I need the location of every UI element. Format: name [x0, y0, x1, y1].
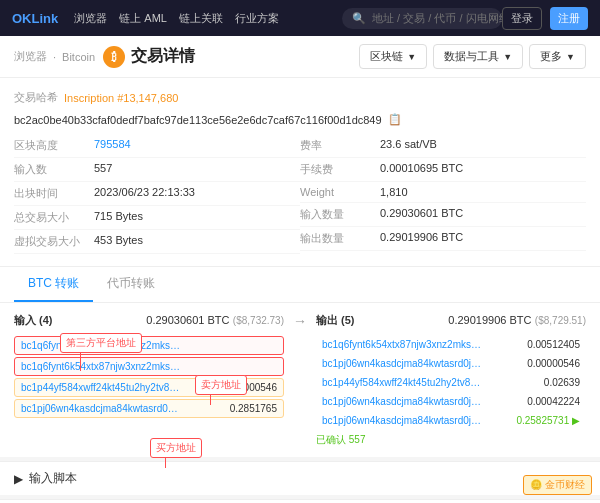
- blockchain-button[interactable]: 区块链 ▼: [359, 44, 427, 69]
- nav-industry[interactable]: 行业方案: [235, 11, 279, 26]
- input-script-label: 输入脚本: [29, 470, 77, 487]
- output-val-2: 0.02639: [544, 377, 580, 388]
- info-row-fee: 手续费 0.00010695 BTC: [300, 158, 586, 182]
- tab-btc[interactable]: BTC 转账: [14, 267, 93, 302]
- hash-value-row: bc2ac0be40b33cfaf0dedf7bafc97de113ce56e2…: [14, 113, 586, 126]
- nav-items: 浏览器 链上 AML 链上关联 行业方案: [74, 11, 342, 26]
- info-grid: 区块高度 795584 输入数 557 出块时间 2023/06/23 22:1…: [14, 134, 586, 254]
- confirmed-badge: 已确认 557: [316, 433, 586, 447]
- header: OKLink 浏览器 链上 AML 链上关联 行业方案 🔍 登录 注册: [0, 0, 600, 36]
- register-button[interactable]: 注册: [550, 7, 588, 30]
- breadcrumb-browser[interactable]: 浏览器: [14, 49, 47, 64]
- output-val-3: 0.00042224: [527, 396, 580, 407]
- watermark: 🪙 金币财经: [523, 475, 592, 495]
- input-script-header[interactable]: ▶ 输入脚本: [0, 462, 600, 495]
- search-icon: 🔍: [352, 12, 366, 25]
- nav-chain[interactable]: 链上关联: [179, 11, 223, 26]
- info-row-size: 总交易大小 715 Bytes: [14, 206, 300, 230]
- output-item-2: bc1p44yf584xwff24kt45tu2hy2tv8wqf029... …: [316, 374, 586, 391]
- outputs-header: 输出 (5) 0.29019906 BTC ($8,729.51): [316, 313, 586, 328]
- arrow-icon: →: [290, 313, 310, 329]
- inputs-title: 输入 (4): [14, 313, 53, 328]
- chevron-down-icon: ▼: [566, 52, 575, 62]
- tab-token[interactable]: 代币转账: [93, 267, 169, 302]
- output-val-4: 0.25825731 ▶: [516, 415, 580, 426]
- outputs-section: 输出 (5) 0.29019906 BTC ($8,729.51) bc1q6f…: [316, 313, 586, 447]
- tx-hash-label: 交易哈希: [14, 90, 58, 105]
- input-item-1: bc1q6fynt6k54xtx87njw3xnz2mksqjaem8venpg…: [14, 357, 284, 376]
- input-script-section: ▶ 输入脚本: [0, 461, 600, 495]
- search-input[interactable]: [372, 12, 502, 24]
- output-item-4: bc1pj06wn4kasdcjma84kwtasrd0jn0itm9... 0…: [316, 412, 586, 429]
- output-val-0: 0.00512405: [527, 339, 580, 350]
- outputs-usd: ($8,729.51): [535, 315, 586, 326]
- login-button[interactable]: 登录: [502, 7, 542, 30]
- info-row-fee-rate: 费率 23.6 sat/VB: [300, 134, 586, 158]
- chevron-down-icon: ▼: [407, 52, 416, 62]
- breadcrumb-sep: ·: [53, 51, 56, 63]
- info-row-height: 区块高度 795584: [14, 134, 300, 158]
- hash-value: bc2ac0be40b33cfaf0dedf7bafc97de113ce56e2…: [14, 114, 382, 126]
- outputs-title: 输出 (5): [316, 313, 355, 328]
- input-item-0: bc1q6fynt6k54xtx87njw3xnz2mksqjaem8venpg…: [14, 336, 284, 355]
- nav-aml[interactable]: 链上 AML: [119, 11, 167, 26]
- header-right: 登录 注册: [502, 7, 588, 30]
- tabs: BTC 转账 代币转账: [0, 267, 600, 303]
- chevron-down-icon: ▼: [503, 52, 512, 62]
- input-addr-3[interactable]: bc1pj06wn4kasdcjma84kwtasrd0dn809m96pfjm…: [21, 403, 181, 414]
- output-item-3: bc1pj06wn4kasdcjma84kwtasrd0jn0itm... 0.…: [316, 393, 586, 410]
- subheader: 浏览器 · Bitcoin ₿ 交易详情 区块链 ▼ 数据与工具 ▼ 更多 ▼: [0, 36, 600, 78]
- inputs-section: 输入 (4) 0.29030601 BTC ($8,732.73) bc1q6f…: [14, 313, 284, 420]
- info-row-vsize: 虚拟交易大小 453 Bytes: [14, 230, 300, 254]
- input-addr-0[interactable]: bc1q6fynt6k54xtx87njw3xnz2mksqjaem8venpg…: [21, 340, 181, 351]
- tx-hash-section: 交易哈希 Inscription #13,147,680 bc2ac0be40b…: [0, 78, 600, 267]
- logo: OKLink: [12, 11, 58, 26]
- subheader-actions: 区块链 ▼ 数据与工具 ▼ 更多 ▼: [359, 44, 586, 69]
- outputs-amount: 0.29019906 BTC: [448, 314, 531, 326]
- inscription-badge[interactable]: Inscription #13,147,680: [64, 92, 178, 104]
- info-row-output-amount: 输出数量 0.29019906 BTC: [300, 227, 586, 251]
- input-val-2: 0.00000546: [224, 382, 277, 393]
- more-button[interactable]: 更多 ▼: [529, 44, 586, 69]
- input-addr-1[interactable]: bc1q6fynt6k54xtx87njw3xnz2mksqjaem8venpg…: [21, 361, 181, 372]
- inputs-amount: 0.29030601 BTC: [146, 314, 229, 326]
- output-item-0: bc1q6fynt6k54xtx87njw3xnz2mksqjaem8venpg…: [316, 336, 586, 353]
- output-script-section: ▶ 输出脚本: [0, 499, 600, 503]
- hash-row: 交易哈希 Inscription #13,147,680: [14, 90, 586, 105]
- info-left: 区块高度 795584 输入数 557 出块时间 2023/06/23 22:1…: [14, 134, 300, 254]
- page-title: 交易详情: [131, 46, 195, 67]
- io-layout: 输入 (4) 0.29030601 BTC ($8,732.73) bc1q6f…: [14, 313, 586, 447]
- tx-section: 第三方平台地址 卖方地址 买方地址 输入 (4) 0.29030601 BTC …: [0, 303, 600, 457]
- breadcrumb-bitcoin[interactable]: Bitcoin: [62, 51, 95, 63]
- info-row-weight: Weight 1,810: [300, 182, 586, 203]
- info-row-input-amount: 输入数量 0.29030601 BTC: [300, 203, 586, 227]
- input-addr-2[interactable]: bc1p44yf584xwff24kt45tu2hy2tv8wqf02965pv…: [21, 382, 181, 393]
- input-item-3: bc1pj06wn4kasdcjma84kwtasrd0dn809m96pfjm…: [14, 399, 284, 418]
- input-val-3: 0.2851765: [230, 403, 277, 414]
- output-addr-3[interactable]: bc1pj06wn4kasdcjma84kwtasrd0jn0itm...: [322, 396, 482, 407]
- info-row-time: 出块时间 2023/06/23 22:13:33: [14, 182, 300, 206]
- breadcrumb: 浏览器 · Bitcoin: [14, 49, 95, 64]
- inputs-header: 输入 (4) 0.29030601 BTC ($8,732.73): [14, 313, 284, 328]
- inputs-usd: ($8,732.73): [233, 315, 284, 326]
- bitcoin-icon: ₿: [103, 46, 125, 68]
- input-item-2: bc1p44yf584xwff24kt45tu2hy2tv8wqf02965pv…: [14, 378, 284, 397]
- output-addr-2[interactable]: bc1p44yf584xwff24kt45tu2hy2tv8wqf029...: [322, 377, 482, 388]
- info-row-inputs: 输入数 557: [14, 158, 300, 182]
- output-item-1: bc1pj06wn4kasdcjma84kwtasrd0jn0itm9pf jt…: [316, 355, 586, 372]
- watermark-label: 🪙 金币财经: [523, 475, 592, 495]
- chevron-right-icon: ▶: [14, 472, 23, 486]
- output-addr-4[interactable]: bc1pj06wn4kasdcjma84kwtasrd0jn0itm9...: [322, 415, 482, 426]
- output-addr-1[interactable]: bc1pj06wn4kasdcjma84kwtasrd0jn0itm9pf jt…: [322, 358, 482, 369]
- search-bar: 🔍: [342, 8, 502, 29]
- nav-browser[interactable]: 浏览器: [74, 11, 107, 26]
- info-right: 费率 23.6 sat/VB 手续费 0.00010695 BTC Weight…: [300, 134, 586, 254]
- watermark-icon: 🪙: [530, 479, 542, 490]
- output-val-1: 0.00000546: [527, 358, 580, 369]
- output-addr-0[interactable]: bc1q6fynt6k54xtx87njw3xnz2mksqjaem8venpg…: [322, 339, 482, 350]
- copy-icon[interactable]: 📋: [388, 113, 402, 126]
- data-tools-button[interactable]: 数据与工具 ▼: [433, 44, 523, 69]
